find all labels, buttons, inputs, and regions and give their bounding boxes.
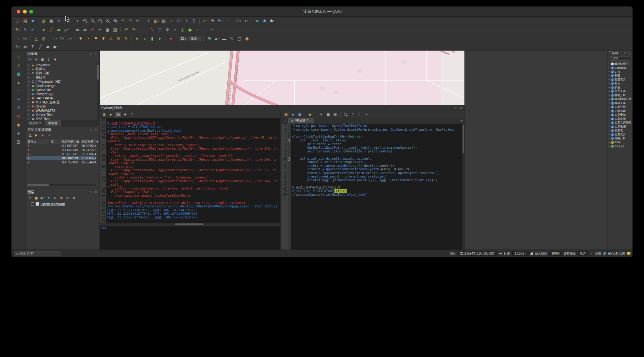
zoom-to-layer-button[interactable]: ▦ — [112, 18, 119, 24]
lock-scale-icon[interactable] — [530, 253, 533, 255]
add-line-feature-button[interactable]: ╱ — [48, 27, 55, 33]
bookmark-row[interactable]: ⚑…106.10292921.208572 — [26, 156, 96, 160]
toolbox-item[interactable]: ▸Q矢量选择 — [608, 125, 632, 129]
bookmark-row[interactable]: ⚑…113.61673722.338874 — [26, 152, 96, 156]
change-label-button[interactable]: ✎ — [123, 36, 130, 42]
save-project-button[interactable]: ■ — [29, 18, 36, 24]
svg-annotation-button[interactable]: ◆▾ — [52, 44, 59, 50]
fill-ring-button[interactable]: ○ — [194, 27, 201, 33]
pin-labels-button[interactable]: ⚑ — [92, 36, 99, 42]
fold-icon[interactable]: - — [288, 157, 290, 161]
editor-copy-button[interactable]: ▣ — [325, 112, 331, 117]
toolbox-item[interactable]: ▸Q矢量表 — [608, 129, 632, 133]
move-diagram-button[interactable]: ● — [156, 36, 163, 42]
bookmark-row[interactable]: ⚑…114.75642925.764424 — [26, 160, 96, 164]
coords-field[interactable]: 21.215943°,106.103802° — [458, 251, 497, 256]
zoom-in-button[interactable]: + — [81, 18, 88, 24]
toolbox-item[interactable]: ▸Q栅格地形分析 — [608, 97, 632, 102]
diagram-options-button[interactable]: ● — [134, 36, 141, 42]
add-wms-layer-button[interactable]: ◉ — [15, 122, 22, 128]
simplify-feature-button[interactable]: ≈ — [171, 27, 178, 33]
close-window-button[interactable] — [17, 10, 20, 14]
layer-styling-panel-button[interactable]: ✎ — [27, 195, 33, 200]
text-diagram-button[interactable]: ▮ — [149, 36, 156, 42]
locator-search-input[interactable]: 搜索 (⌘K) — [14, 251, 61, 256]
layer-labeling-button[interactable]: ✱ — [77, 36, 84, 42]
column-header[interactable]: 横坐标最小值 — [60, 139, 80, 144]
rotate-feature-button[interactable]: ⟳ — [164, 27, 171, 33]
toolbox-item[interactable]: ▸Q矢量瓦片 — [608, 133, 632, 137]
toolbox-item[interactable]: ▸Q图表 — [608, 82, 632, 86]
float-panel-icon[interactable]: □ — [89, 128, 93, 132]
tab-layer-order[interactable]: 图层顺序 — [26, 120, 45, 126]
close-panel-icon[interactable]: × — [94, 190, 98, 194]
split-features-button[interactable]: ╲ — [149, 27, 156, 33]
browser-scrollbar[interactable] — [97, 63, 99, 121]
undo-button[interactable]: ↶ — [123, 27, 130, 33]
pan-to-selection-button[interactable]: + — [74, 18, 81, 24]
merge-features-button[interactable]: ▽ — [156, 27, 163, 33]
toolbox-item[interactable]: ▸GGDAL — [608, 140, 632, 145]
editor-run-script-button[interactable]: ▶ — [308, 112, 314, 117]
rotate-label-button[interactable]: ⟳ — [115, 36, 122, 42]
editor-comment-button[interactable]: # — [350, 112, 356, 117]
layout-extent-button[interactable]: ▢ — [236, 36, 243, 42]
new-bookmark-button[interactable]: ⚑ — [209, 18, 216, 24]
float-panel-icon[interactable]: □ — [623, 51, 627, 55]
column-header[interactable]: 纵坐标最小值 — [80, 139, 99, 144]
pie-diagram-button[interactable]: ◕ — [141, 36, 148, 42]
browser-tree-item[interactable]: ▸▰/Volumes — [26, 63, 99, 67]
cad-construction-button[interactable]: ◎ — [40, 36, 47, 42]
console-clear-button[interactable]: ⊠ — [101, 112, 107, 117]
preview-mode-button[interactable]: ◐▾ — [243, 18, 250, 24]
new-map-view-button[interactable]: ⊞▾ — [235, 18, 242, 24]
zoom-last-button[interactable]: ↶ — [119, 18, 126, 24]
bookmark-zoom-to-button[interactable]: ▪ — [27, 133, 33, 138]
filter-legend-button[interactable]: ▼ — [46, 195, 52, 200]
toolbox-item[interactable]: ▸Q图层工具 — [608, 78, 632, 82]
console-options-button[interactable]: ✱ — [122, 112, 128, 117]
editor-save-as-button[interactable]: ▣ — [297, 112, 303, 117]
statistics-panel-button[interactable]: ∑ — [191, 18, 197, 24]
remove-layer-button[interactable]: ⊠ — [71, 195, 77, 200]
add-raster-layer-button[interactable]: ▦ — [15, 71, 22, 77]
toolbox-item[interactable]: ▸Q制图 — [608, 74, 632, 78]
add-part-button[interactable]: ◉ — [186, 27, 193, 33]
zoom-window-button[interactable] — [29, 10, 33, 14]
add-spatialite-layer-button[interactable]: S — [15, 105, 22, 111]
annotation-marker-button[interactable]: ● — [167, 36, 174, 42]
snapping-options-button[interactable]: ∪▾ — [22, 36, 29, 42]
add-group-button[interactable]: ▣ — [33, 195, 39, 200]
editor-save-button[interactable]: ■ — [290, 112, 296, 117]
toolbox-item[interactable]: ▸QGPS — [608, 70, 632, 74]
add-xyz-layer-button[interactable]: ▤ — [15, 139, 22, 145]
browser-options-button[interactable]: ✱ — [52, 57, 58, 62]
map-canvas[interactable]: Đường gom cao tốcĐường gom cao tốcĐường … — [100, 51, 464, 105]
console-show-editor-button[interactable]: ▤ — [115, 112, 121, 117]
field-calculator-button[interactable]: ƒ — [183, 18, 190, 24]
extent-icon[interactable] — [499, 252, 502, 255]
size-spinbox[interactable]: 12▴▾ — [179, 36, 187, 41]
browser-filter-button[interactable]: ▼ — [33, 57, 39, 62]
filter-by-expression-button[interactable]: ε — [52, 195, 58, 200]
rotation-spinbox[interactable]: 0.0° — [578, 251, 588, 256]
browser-refresh-button[interactable]: ⟳ — [27, 57, 33, 62]
decoration-grid-button[interactable]: ⊞ — [206, 36, 213, 42]
style-manager-button[interactable]: ✎ — [55, 18, 62, 24]
browser-tree-item[interactable]: ▸◉WMS/WMTS — [26, 108, 99, 113]
browser-tree-item[interactable]: ▸▦Vector Tiles — [26, 113, 99, 117]
add-mesh-layer-button[interactable]: ▲ — [15, 79, 22, 85]
console-hscrollbar[interactable] — [100, 223, 280, 225]
float-panel-icon[interactable]: □ — [454, 106, 458, 110]
units-combo[interactable]: 像素▾ — [189, 36, 201, 41]
add-oracle-layer-button[interactable]: O — [15, 113, 22, 119]
save-edits-button[interactable]: ✔ — [29, 27, 36, 33]
redo-button[interactable]: ↷ — [130, 27, 137, 33]
move-features-button[interactable]: ⇄ — [74, 27, 81, 33]
browser-properties-button[interactable]: ℹ — [46, 57, 52, 62]
rectangle-digitize-button[interactable]: □▾ — [59, 36, 66, 42]
processing-toolbox-button[interactable]: ✱ — [261, 18, 268, 24]
fold-icon[interactable]: - — [288, 139, 290, 142]
collapse-all-button[interactable]: ⊟ — [65, 195, 70, 200]
settings-button[interactable]: ✱▾ — [269, 18, 276, 24]
